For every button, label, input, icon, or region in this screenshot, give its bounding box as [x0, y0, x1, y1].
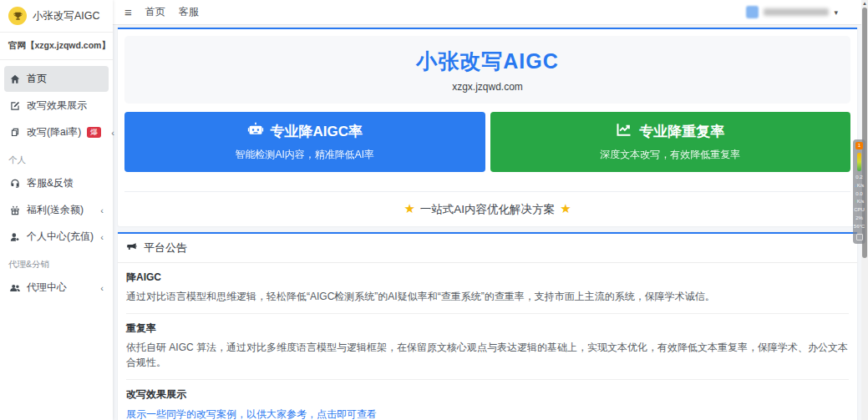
lower-repetition-rate-button[interactable]: 专业降重复率 深度文本改写，有效降低重复率	[490, 112, 851, 172]
announcement-card: 平台公告 降AIGC 通过对比语言模型和思维逻辑，轻松降低“AIGC检测系统”的…	[118, 232, 857, 420]
chevron-left-icon: ‹	[111, 128, 114, 138]
copy-icon	[9, 127, 21, 139]
announcement-header: 平台公告	[118, 234, 857, 263]
home-icon	[9, 73, 21, 85]
username-redacted	[764, 8, 829, 16]
topbar: ≡ 首页 客服 ▾	[113, 0, 868, 25]
cpu-temp: 56°C	[854, 224, 865, 230]
monitor-panel-icon	[856, 234, 863, 240]
menu-toggle-icon[interactable]: ≡	[124, 6, 132, 18]
announcement-section-showcase: 改写效果展示 展示一些同学的改写案例，以供大家参考，点击即可查看	[126, 380, 849, 420]
sidebar: 小张改写AIGC 官网【xzgx.jzqwd.com】 首页 改写效果展示 改写…	[0, 0, 113, 420]
sidebar-nav: 首页 改写效果展示 改写(降ai率) 爆 ‹ 个人 客服&反馈 福利(送余额) …	[0, 60, 113, 306]
net-down-speed: 0.2	[855, 175, 862, 181]
chart-line-icon	[616, 121, 632, 142]
topbar-link-home[interactable]: 首页	[145, 5, 165, 19]
net-up-speed: 0.0	[855, 191, 862, 198]
app-window: 小张改写AIGC 官网【xzgx.jzqwd.com】 首页 改写效果展示 改写…	[0, 0, 868, 420]
announcement-body: 降AIGC 通过对比语言模型和思维逻辑，轻松降低“AIGC检测系统”的AI疑似率…	[118, 263, 857, 420]
brand-title: 小张改写AIGC	[33, 9, 100, 23]
action-buttons-row: 专业降AIGC率 智能检测AI内容，精准降低AI率 专业降重复率 深度文本改写，…	[124, 112, 850, 172]
announcement-section-lower-aigc: 降AIGC 通过对比语言模型和思维逻辑，轻松降低“AIGC检测系统”的AI疑似率…	[126, 263, 849, 314]
star-icon: ★	[404, 201, 414, 215]
system-monitor-widget[interactable]: 1 0.2 ↓K/s 0.0 ↑K/s CPU 2% 56°C	[853, 139, 865, 244]
hero-banner: 小张改写AIGC xzgx.jzqwd.com	[124, 36, 850, 104]
monitor-badge: 1	[855, 142, 863, 149]
user-menu[interactable]: ▾	[746, 6, 838, 18]
brand[interactable]: 小张改写AIGC	[0, 0, 113, 33]
caret-down-icon: ▾	[834, 8, 838, 17]
sidebar-item-rewrite-lower-ai[interactable]: 改写(降ai率) 爆 ‹	[4, 119, 109, 145]
monitor-gradient-bar	[857, 153, 861, 171]
sidebar-item-support-feedback[interactable]: 客服&反馈	[4, 170, 109, 196]
hero-card: 小张改写AIGC xzgx.jzqwd.com 专业降AIGC率 智能检测AI内…	[118, 28, 857, 226]
section-label-agent: 代理&分销	[0, 250, 113, 274]
showcase-link[interactable]: 展示一些同学的改写案例，以供大家参考，点击即可查看	[126, 408, 377, 420]
cpu-usage: 2%	[855, 215, 863, 222]
robot-icon	[247, 121, 264, 142]
bullhorn-icon	[126, 241, 138, 256]
page-subtitle: xzgx.jzqwd.com	[124, 81, 850, 93]
hot-badge: 爆	[87, 127, 101, 138]
sidebar-item-agent-center[interactable]: 代理中心 ‹	[4, 275, 109, 301]
user-avatar	[746, 6, 759, 18]
main-area: ≡ 首页 客服 ▾ 小张改写AIGC xzgx.jzqwd.com	[113, 0, 868, 420]
cpu-label: CPU	[854, 207, 865, 214]
page-title: 小张改写AIGC	[124, 48, 850, 75]
headset-icon	[9, 178, 21, 190]
scroll-up-arrow[interactable]: ▲	[861, 1, 868, 6]
edit-icon	[9, 100, 21, 112]
chevron-left-icon: ‹	[100, 283, 104, 293]
section-label-personal: 个人	[0, 146, 113, 170]
topbar-link-support[interactable]: 客服	[179, 5, 199, 19]
lower-aigc-rate-button[interactable]: 专业降AIGC率 智能检测AI内容，精准降低AI率	[124, 112, 485, 172]
user-settings-icon	[9, 231, 21, 243]
users-icon	[9, 282, 21, 294]
page-content: 小张改写AIGC xzgx.jzqwd.com 专业降AIGC率 智能检测AI内…	[113, 25, 868, 420]
chevron-left-icon: ‹	[100, 205, 104, 215]
tagline: ★一站式AI内容优化解决方案★	[124, 191, 850, 220]
net-down-unit: K/s	[857, 183, 865, 188]
gift-icon	[9, 205, 21, 216]
announcement-section-repetition: 重复率 依托自研 AIGC 算法，通过对比多维度语言模型与逻辑框架，在保留原文核…	[126, 314, 849, 380]
sidebar-item-home[interactable]: 首页	[4, 66, 109, 92]
net-up-unit: K/s	[857, 199, 865, 204]
sidebar-item-benefits[interactable]: 福利(送余额) ‹	[4, 197, 109, 223]
sidebar-item-account-center[interactable]: 个人中心(充值) ‹	[4, 224, 109, 250]
star-icon: ★	[560, 201, 571, 215]
sidebar-item-rewrite-results[interactable]: 改写效果展示	[4, 93, 109, 119]
official-site-label: 官网【xzgx.jzqwd.com】	[0, 33, 113, 60]
chevron-left-icon: ‹	[100, 232, 104, 242]
brand-trophy-icon	[8, 7, 27, 25]
